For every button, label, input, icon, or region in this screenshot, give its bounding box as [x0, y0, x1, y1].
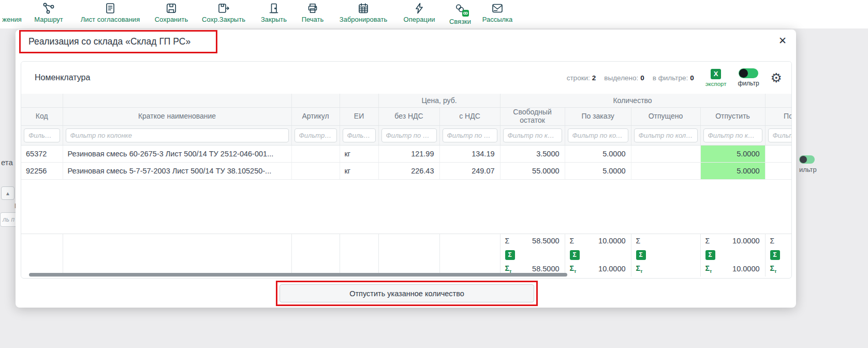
cell-code[interactable]: 92256	[21, 162, 63, 179]
column-header-price-no-vat[interactable]: без НДС	[378, 107, 439, 125]
sigma-selected-icon[interactable]: Σ	[636, 250, 646, 260]
cell-by-order[interactable]: 5.0000	[565, 162, 631, 179]
filter-input-po[interactable]	[768, 128, 792, 142]
sigma-selected-icon[interactable]: Σ	[570, 250, 580, 260]
filter-input-code[interactable]	[24, 128, 60, 142]
column-header-free-stock[interactable]: Свободный остаток	[500, 107, 565, 125]
filter-input-price-with-vat[interactable]	[443, 128, 497, 142]
toolbar-item-print[interactable]: Печать	[296, 2, 329, 23]
cell-to-release[interactable]: 5.0000	[700, 145, 765, 162]
filter-input-by-order[interactable]	[568, 128, 628, 142]
column-header-by-order[interactable]: По заказу	[565, 107, 631, 125]
nomenclature-panel: Номенклатура строки:2 выделено:0 в фильт…	[21, 61, 792, 279]
toggle-knob	[739, 69, 748, 78]
filter-toggle[interactable]: фильтр	[738, 68, 759, 87]
printer-icon	[306, 2, 319, 15]
column-header-unit[interactable]: ЕИ	[340, 107, 378, 125]
route-icon	[42, 2, 55, 15]
filter-input-name[interactable]	[66, 128, 289, 142]
cell-article[interactable]	[291, 162, 340, 179]
toolbar-item-label: Маршрут	[29, 16, 68, 23]
panel-header: Номенклатура строки:2 выделено:0 в фильт…	[21, 62, 791, 94]
filter-input-unit[interactable]	[343, 128, 376, 142]
toolbar-item-attachments[interactable]: жения	[0, 2, 31, 23]
stat-rows: строки:2	[567, 74, 596, 82]
toolbar-item-approval-sheet[interactable]: Лист согласования	[72, 2, 148, 23]
group-header-price: Цена, руб.	[378, 94, 500, 107]
toolbar-item-links[interactable]: Связки	[444, 2, 476, 25]
cell-price-with-vat[interactable]: 134.19	[439, 145, 500, 162]
cell-unit[interactable]: кг	[340, 162, 378, 179]
toolbar-item-label: Закрыть	[256, 16, 292, 23]
toolbar-item-reserve[interactable]: Забронировать	[334, 2, 392, 23]
toolbar-item-label: Печать	[296, 16, 329, 23]
cell-by-order[interactable]: 5.0000	[565, 145, 631, 162]
filter-input-to-release[interactable]	[703, 128, 762, 142]
sigma-icon: Σ	[505, 237, 510, 245]
modal-title: Реализация со склада «Склад ГП РС»	[28, 36, 190, 47]
toolbar-item-mailing[interactable]: Рассылка	[478, 2, 517, 23]
column-header-released[interactable]: Отпущено	[631, 107, 700, 125]
cell-free-stock[interactable]: 55.0000	[500, 162, 565, 179]
column-header-po[interactable]: По	[765, 107, 792, 125]
toolbar-item-operations[interactable]: Операции	[400, 2, 439, 23]
total-cell-po: Σ Σ Σт	[765, 234, 792, 277]
panel-title: Номенклатура	[35, 73, 90, 82]
toolbar-item-label: Операции	[400, 16, 439, 23]
toolbar-item-save[interactable]: Сохранить	[151, 2, 192, 23]
table-row[interactable]: 92256 Резиновая смесь 5-7-57-2003 Лист 5…	[21, 162, 792, 179]
toolbar-item-save-close[interactable]: Сохр.Закрыть	[198, 2, 249, 23]
cell-name[interactable]: Резиновая смесь 60-2675-3 Лист 500/14 ТУ…	[63, 145, 291, 162]
filter-input-price-no-vat[interactable]	[381, 128, 437, 142]
cell-unit[interactable]: кг	[340, 145, 378, 162]
cell-name[interactable]: Резиновая смесь 5-7-57-2003 Лист 500/14 …	[63, 162, 291, 179]
cell-released[interactable]	[631, 145, 700, 162]
toolbar-item-label: Забронировать	[334, 16, 392, 23]
horizontal-scrollbar[interactable]	[21, 272, 791, 277]
close-icon[interactable]: ✕	[778, 36, 787, 46]
cell-free-stock[interactable]: 3.5000	[500, 145, 565, 162]
toggle-track	[739, 68, 758, 78]
cell-article[interactable]	[291, 145, 340, 162]
sigma-selected-icon[interactable]: Σ	[770, 250, 780, 260]
cell-price-with-vat[interactable]: 249.07	[439, 162, 500, 179]
excel-icon: X	[711, 69, 721, 79]
cell-po[interactable]	[765, 145, 792, 162]
toolbar-item-close[interactable]: Закрыть	[256, 2, 292, 23]
toolbar: жения Маршрут Лист согласования Сохранит…	[0, 0, 868, 28]
excel-export-button[interactable]: X экспорт	[705, 69, 727, 87]
sigma-selected-icon[interactable]: Σ	[505, 250, 515, 260]
column-header-to-release[interactable]: Отпустить	[700, 107, 765, 125]
calendar-reserve-icon	[357, 2, 370, 15]
scrollbar-thumb[interactable]	[29, 273, 567, 277]
realization-modal: Реализация со склада «Склад ГП РС» ✕ Ном…	[16, 30, 796, 308]
cell-price-no-vat[interactable]: 121.99	[378, 145, 439, 162]
column-header-article[interactable]: Артикул	[291, 107, 340, 125]
cell-po[interactable]	[765, 162, 792, 179]
release-quantity-button[interactable]: Отпустить указанное количество	[279, 284, 534, 302]
background-partial-text: ета	[1, 158, 13, 167]
column-header-price-with-vat[interactable]: с НДС	[439, 107, 500, 125]
toolbar-item-route[interactable]: Маршрут	[29, 2, 68, 23]
toolbar-item-label: жения	[0, 16, 31, 23]
stat-selected: выделено:0	[604, 74, 644, 82]
column-header-name[interactable]: Краткое наименование	[63, 107, 291, 125]
cell-code[interactable]: 65372	[21, 145, 63, 162]
links-badge-icon	[462, 10, 469, 17]
gear-icon[interactable]: ⚙	[771, 71, 782, 84]
cell-price-no-vat[interactable]: 226.43	[378, 162, 439, 179]
sigma-selected-icon[interactable]: Σ	[705, 250, 715, 260]
cell-released[interactable]	[631, 162, 700, 179]
toolbar-item-label: Сохр.Закрыть	[198, 16, 249, 23]
filter-input-free-stock[interactable]	[503, 128, 562, 142]
background-chevron-up-button: ▲	[1, 186, 14, 200]
filter-input-article[interactable]	[295, 128, 337, 142]
column-header-code[interactable]: Код	[21, 107, 63, 125]
table-stats: строки:2 выделено:0 в фильтре:0	[567, 74, 694, 82]
filter-input-released[interactable]	[634, 128, 698, 142]
table-row[interactable]: 65372 Резиновая смесь 60-2675-3 Лист 500…	[21, 145, 792, 162]
nomenclature-table: Цена, руб. Количество Код Краткое наимен…	[21, 94, 792, 277]
cell-to-release[interactable]: 5.0000	[700, 162, 765, 179]
sigma-icon: Σ	[705, 237, 710, 245]
export-label: экспорт	[705, 81, 727, 87]
